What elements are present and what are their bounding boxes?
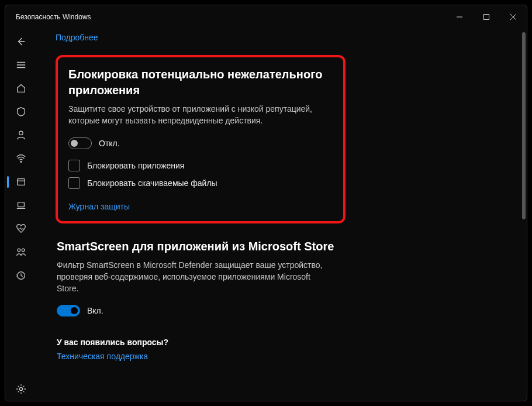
protection-history-link[interactable]: Журнал защиты bbox=[68, 202, 130, 211]
scrollbar-thumb[interactable] bbox=[522, 32, 526, 219]
sidebar-item-device-security[interactable] bbox=[7, 194, 35, 217]
svg-point-13 bbox=[18, 249, 20, 252]
smartscreen-description: Фильтр SmartScreen в Microsoft Defender … bbox=[57, 259, 326, 295]
sidebar-item-virus[interactable] bbox=[7, 100, 35, 123]
sidebar-item-home[interactable] bbox=[7, 77, 35, 100]
close-icon bbox=[510, 14, 516, 20]
wifi-icon bbox=[16, 153, 26, 164]
maximize-icon bbox=[483, 14, 489, 20]
sidebar-item-firewall[interactable] bbox=[7, 147, 35, 170]
window-body: Подробнее Блокировка потенциально нежела… bbox=[5, 29, 527, 401]
sidebar-item-family[interactable] bbox=[7, 240, 35, 264]
pua-blocking-section: Блокировка потенциально нежелательного п… bbox=[56, 55, 346, 223]
laptop-icon bbox=[16, 200, 26, 211]
support-link[interactable]: Техническая поддержка bbox=[57, 352, 148, 361]
pua-toggle-row: Откл. bbox=[68, 137, 333, 149]
app-window: Безопасность Windows bbox=[5, 5, 527, 401]
minimize-button[interactable] bbox=[446, 5, 473, 29]
arrow-left-icon bbox=[16, 36, 26, 47]
family-icon bbox=[16, 247, 26, 257]
pua-toggle[interactable] bbox=[68, 137, 92, 149]
smartscreen-section: SmartScreen для приложений из Microsoft … bbox=[56, 239, 360, 362]
history-icon bbox=[16, 270, 26, 281]
heart-icon bbox=[16, 223, 26, 234]
window-title: Безопасность Windows bbox=[16, 13, 91, 21]
block-apps-label: Блокировать приложения bbox=[87, 161, 184, 170]
person-icon bbox=[16, 130, 26, 140]
smartscreen-toggle-row: Вкл. bbox=[57, 305, 358, 316]
pua-title: Блокировка потенциально нежелательного п… bbox=[68, 67, 333, 98]
smartscreen-toggle[interactable] bbox=[57, 305, 80, 316]
close-button[interactable] bbox=[500, 5, 527, 29]
main-content: Подробнее Блокировка потенциально нежела… bbox=[37, 29, 527, 401]
svg-rect-1 bbox=[484, 15, 489, 20]
scrollbar[interactable] bbox=[522, 32, 526, 397]
sidebar-item-history[interactable] bbox=[7, 264, 35, 287]
block-apps-row: Блокировать приложения bbox=[68, 160, 333, 171]
home-icon bbox=[16, 83, 26, 94]
svg-rect-9 bbox=[18, 179, 25, 185]
more-link[interactable]: Подробнее bbox=[56, 33, 98, 42]
block-downloads-row: Блокировать скачиваемые файлы bbox=[68, 177, 333, 189]
menu-button[interactable] bbox=[7, 53, 35, 77]
svg-point-16 bbox=[19, 387, 22, 390]
shield-icon bbox=[16, 106, 26, 117]
pua-toggle-label: Откл. bbox=[99, 139, 120, 148]
block-downloads-checkbox[interactable] bbox=[68, 177, 80, 189]
block-downloads-label: Блокировать скачиваемые файлы bbox=[87, 178, 217, 188]
svg-rect-11 bbox=[18, 202, 25, 207]
gear-icon bbox=[16, 384, 26, 394]
svg-point-7 bbox=[19, 131, 23, 135]
smartscreen-title: SmartScreen для приложений из Microsoft … bbox=[57, 239, 358, 254]
svg-point-14 bbox=[22, 249, 25, 252]
svg-point-8 bbox=[20, 161, 22, 163]
sidebar-item-app-browser[interactable] bbox=[7, 170, 35, 194]
hamburger-icon bbox=[16, 60, 26, 70]
back-button[interactable] bbox=[7, 30, 35, 53]
minimize-icon bbox=[457, 14, 462, 20]
pua-description: Защитите свое устройство от приложений с… bbox=[68, 103, 333, 127]
smartscreen-toggle-label: Вкл. bbox=[87, 306, 103, 315]
titlebar: Безопасность Windows bbox=[5, 5, 527, 29]
sidebar-item-account[interactable] bbox=[7, 123, 35, 147]
app-browser-icon bbox=[16, 177, 26, 187]
help-title: У вас появились вопросы? bbox=[57, 338, 358, 347]
sidebar-item-performance[interactable] bbox=[7, 217, 35, 240]
block-apps-checkbox[interactable] bbox=[68, 160, 80, 171]
sidebar-item-settings[interactable] bbox=[7, 377, 35, 401]
maximize-button[interactable] bbox=[473, 5, 500, 29]
sidebar bbox=[5, 29, 37, 401]
help-section: У вас появились вопросы? Техническая под… bbox=[57, 338, 358, 362]
